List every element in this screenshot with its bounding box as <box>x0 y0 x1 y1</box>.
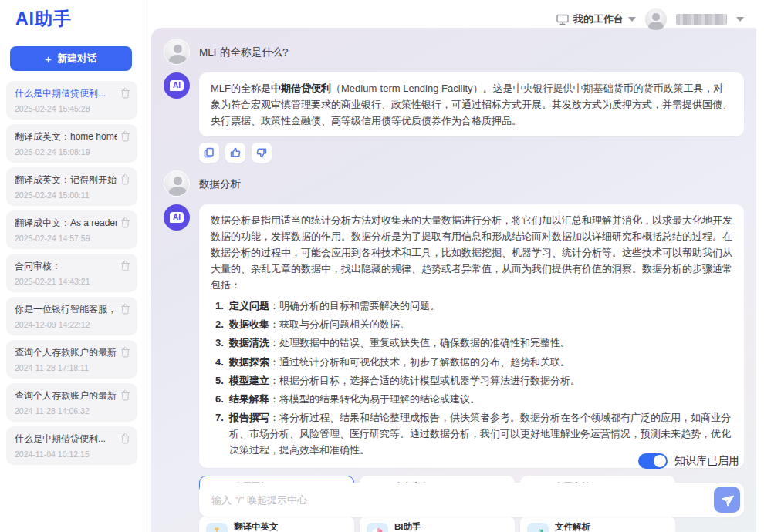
analysis-step: 数据清洗：处理数据中的错误、重复或缺失值，确保数据的准确性和完整性。 <box>215 335 732 351</box>
conversation-title: 翻译成英文：记得刚开始... <box>15 173 117 187</box>
conversation-item[interactable]: 合同审核： 2025-02-21 14:43:21 <box>6 254 137 292</box>
step-label: 数据清洗 <box>229 337 269 348</box>
knowledge-toggle[interactable] <box>638 453 668 469</box>
analysis-steps-list: 定义问题：明确分析的目标和需要解决的问题。 数据收集：获取与分析问题相关的数据。… <box>215 298 732 457</box>
conversation-time: 2024-12-09 14:22:12 <box>15 320 117 329</box>
ai-message-bubble: 数据分析是指用适当的统计分析方法对收集来的大量数据进行分析，将它们加以汇总和理解… <box>199 204 744 468</box>
trash-icon[interactable] <box>120 390 130 401</box>
conversation-item[interactable]: 翻译成中文：As a reader... 2025-02-24 14:57:59 <box>6 210 137 249</box>
new-chat-button[interactable]: + 新建对话 <box>10 46 132 71</box>
toggle-knob <box>654 455 666 467</box>
trash-icon[interactable] <box>120 131 130 142</box>
ai-avatar: AI <box>164 72 190 99</box>
conversation-time: 2024-11-04 10:12:15 <box>15 450 117 459</box>
conversation-time: 2025-02-24 15:45:28 <box>15 104 117 113</box>
step-colon: ： <box>269 300 279 311</box>
card-bi-assistant[interactable]: BI助手 将用户的自然语言转化为SQL查询语句，并直接与数据库进行交互，返回智能… <box>360 516 515 532</box>
conversation-time: 2025-02-24 15:00:11 <box>15 190 117 200</box>
ai-badge: AI <box>170 80 184 91</box>
trash-icon[interactable] <box>120 433 130 444</box>
conversation-time: 2025-02-24 14:57:59 <box>15 234 117 243</box>
conversation-title: 翻译成英文：home home <box>15 130 117 143</box>
analysis-step: 数据探索：通过统计分析和可视化技术，初步了解数据的分布、趋势和关联。 <box>215 354 732 370</box>
trash-icon[interactable] <box>120 217 130 228</box>
step-label: 数据探索 <box>229 356 269 368</box>
new-chat-label: 新建对话 <box>57 52 97 66</box>
monitor-icon <box>556 14 569 25</box>
sidebar: AI助手 + 新建对话 什么是中期借贷便利... 2025-02-24 15:4… <box>0 0 144 532</box>
message-input[interactable] <box>211 494 714 506</box>
chevron-down-icon <box>628 17 636 22</box>
step-label: 数据收集 <box>229 318 269 330</box>
step-colon: ： <box>269 356 279 368</box>
card-title: 翻译中英文 <box>234 521 347 532</box>
step-text: 获取与分析问题相关的数据。 <box>279 318 410 330</box>
workspace-label: 我的工作台 <box>573 12 624 26</box>
thumbs-down-button[interactable] <box>252 143 272 163</box>
conversation-item[interactable]: 什么是中期借贷便利... 2024-11-04 10:12:15 <box>6 426 137 465</box>
copy-button[interactable] <box>199 143 219 163</box>
trash-icon[interactable] <box>120 347 130 358</box>
conversation-item[interactable]: 查询个人存款账户的最新... 2024-11-28 17:18:11 <box>6 340 137 379</box>
analysis-step: 结果解释：将模型的结果转化为易于理解的结论或建议。 <box>215 391 732 407</box>
step-label: 定义问题 <box>229 300 269 311</box>
conversation-title: 查询个人存款账户的最新... <box>15 389 117 402</box>
conversation-item[interactable]: 查询个人存款账户的最新... 2024-11-28 14:06:32 <box>6 383 137 422</box>
knowledge-base-control: 知识库已启用 <box>638 453 739 469</box>
trash-icon[interactable] <box>120 304 130 315</box>
ai-text: 数据分析是指用适当的统计分析方法对收集来的大量数据进行分析，将它们加以汇总和理解… <box>211 214 732 291</box>
ai-text: MLF的全称是 <box>211 82 271 94</box>
analysis-step: 数据收集：获取与分析问题相关的数据。 <box>215 316 732 332</box>
conversation-title: 你是一位银行智能客服，... <box>15 303 117 316</box>
user-name-redacted[interactable] <box>676 14 727 25</box>
conversation-title: 什么是中期借贷便利... <box>15 87 117 100</box>
card-file-parse[interactable]: 文件解析 您可以上传文件，我将帮助您进行如数据处理、信息检索、自动化办公等。 <box>520 516 675 532</box>
step-text: 根据分析目标，选择合适的统计模型或机器学习算法进行数据分析。 <box>279 375 580 386</box>
analysis-step: 报告撰写：将分析过程、结果和结论整理成报告，供决策者参考。数据分析在各个领域都有… <box>215 409 732 458</box>
user-message-avatar <box>164 170 190 197</box>
composer <box>199 483 744 517</box>
conversation-title: 查询个人存款账户的最新... <box>15 346 117 359</box>
ai-message: AI 数据分析是指用适当的统计分析方法对收集来的大量数据进行分析，将它们加以汇总… <box>164 204 744 468</box>
user-message-avatar <box>164 39 190 65</box>
step-colon: ： <box>269 393 279 405</box>
analysis-step: 定义问题：明确分析的目标和需要解决的问题。 <box>215 298 732 314</box>
ai-text-bold: 中期借贷便利 <box>271 82 331 94</box>
step-colon: ： <box>269 318 279 330</box>
step-colon: ： <box>269 375 279 386</box>
chat-panel: MLF的全称是什么? AI MLF的全称是中期借贷便利（Medium-term … <box>151 28 756 532</box>
step-text: 将模型的结果转化为易于理解的结论或建议。 <box>279 393 480 405</box>
conversation-item[interactable]: 翻译成英文：home home 2025-02-24 15:08:19 <box>6 124 137 163</box>
trash-icon[interactable] <box>120 174 130 185</box>
step-label: 结果解释 <box>229 393 269 405</box>
card-translate[interactable]: 翻译中英文 我会旨在保留原始信息的含义、语气和风格，以确保翻译的准确性和自然流畅… <box>199 516 354 532</box>
plus-icon: + <box>45 52 52 66</box>
workspace-menu[interactable]: 我的工作台 <box>556 12 636 26</box>
chevron-down-icon[interactable] <box>736 17 744 22</box>
ai-message: AI MLF的全称是中期借贷便利（Medium-term Lending Fac… <box>164 72 744 136</box>
conversation-title: 合同审核： <box>15 260 117 273</box>
thumbs-up-button[interactable] <box>225 143 245 163</box>
user-message-text: 数据分析 <box>199 170 241 191</box>
step-label: 报告撰写 <box>229 412 269 423</box>
conversation-item[interactable]: 什么是中期借贷便利... 2025-02-24 15:45:28 <box>6 81 137 120</box>
analysis-step: 模型建立：根据分析目标，选择合适的统计模型或机器学习算法进行数据分析。 <box>215 372 732 389</box>
step-colon: ： <box>269 412 279 423</box>
conversation-item[interactable]: 翻译成英文：记得刚开始... 2025-02-24 15:00:11 <box>6 167 137 206</box>
trash-icon[interactable] <box>120 261 130 271</box>
send-button[interactable] <box>714 487 740 513</box>
conversation-time: 2025-02-24 15:08:19 <box>15 147 117 157</box>
user-message-text: MLF的全称是什么? <box>199 39 289 59</box>
card-title: 文件解析 <box>555 521 668 532</box>
conversation-title: 什么是中期借贷便利... <box>15 433 117 446</box>
app-logo: AI助手 <box>15 7 72 31</box>
step-text: 通过统计分析和可视化技术，初步了解数据的分布、趋势和关联。 <box>279 356 570 368</box>
paper-plane-icon <box>721 493 734 507</box>
trash-icon[interactable] <box>120 88 130 99</box>
step-text: 将分析过程、结果和结论整理成报告，供决策者参考。数据分析在各个领域都有广泛的应用… <box>229 412 731 456</box>
user-avatar[interactable] <box>645 8 667 30</box>
knowledge-label: 知识库已启用 <box>674 454 739 468</box>
conversation-title: 翻译成中文：As a reader... <box>15 217 117 230</box>
conversation-item[interactable]: 你是一位银行智能客服，... 2024-12-09 14:22:12 <box>6 297 137 335</box>
ai-badge: AI <box>170 212 184 223</box>
